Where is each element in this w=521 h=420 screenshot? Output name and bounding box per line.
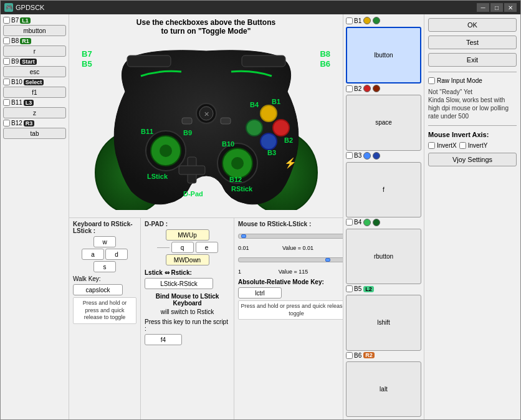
b1-checkbox[interactable]	[346, 17, 353, 24]
b9-id: B9	[11, 58, 19, 65]
invert-y-checkbox[interactable]	[459, 142, 466, 149]
mouse-invert-label: Mouse Invert Axis:	[428, 131, 517, 138]
dpad-up[interactable]: MWUp	[166, 229, 209, 241]
b7-key-btn[interactable]: mbutton	[3, 25, 66, 36]
b10-checkbox[interactable]	[3, 79, 10, 85]
test-button[interactable]: Test	[428, 36, 517, 49]
ok-button[interactable]: OK	[428, 18, 517, 32]
b6-id: B6	[354, 352, 361, 359]
svg-rect-9	[179, 166, 205, 174]
b2-checkbox[interactable]	[346, 85, 353, 92]
svg-point-16	[246, 120, 262, 136]
w-key[interactable]: w	[93, 236, 116, 247]
b8-key-btn[interactable]: r	[3, 45, 66, 57]
b7-checkbox-label[interactable]: B7 L1	[3, 17, 31, 24]
raw-input-checkbox[interactable]	[428, 77, 435, 84]
dpad-left[interactable]: q	[171, 242, 194, 253]
b4-dot1	[363, 219, 371, 226]
b1-key-btn[interactable]: lbutton	[346, 27, 421, 84]
b12-checkbox[interactable]	[3, 120, 10, 126]
b7-id: B7	[11, 17, 19, 24]
dpad-section: D-PAD : MWUp q e MWDown Lstick ⇔ Rstick:…	[141, 218, 234, 419]
mouse-section: Mouse to RStick-LStick : 0.01 Value = 0.…	[234, 218, 343, 419]
raw-input-desc: Not "Ready" YetKinda Slow, works best wi…	[428, 88, 517, 120]
slider2-bg	[238, 257, 343, 262]
b9-key-row: esc	[3, 66, 66, 77]
raw-input-row[interactable]: Raw Input Mode	[428, 77, 517, 84]
separator-2	[428, 125, 517, 126]
b4-id: B4	[354, 219, 361, 226]
slider2-thumb[interactable]	[325, 258, 330, 262]
b1-dot1	[363, 17, 371, 24]
right-buttons-panel: B1 lbutton B2 space B3	[343, 14, 424, 419]
b8-id: B8	[11, 37, 19, 44]
b11-checkbox[interactable]	[3, 99, 10, 106]
instruction-line2: to turn on "Toggle Mode"	[72, 27, 340, 36]
svg-text:LStick: LStick	[147, 173, 168, 180]
title-bar: 🎮 GPDSCK ─ □ ✕	[1, 1, 520, 14]
b5-badge: L2	[363, 286, 374, 292]
b2-key-btn[interactable]: space	[346, 95, 421, 150]
b11-key-btn[interactable]: z	[3, 107, 66, 118]
d-key[interactable]: d	[105, 249, 128, 260]
maximize-button[interactable]: □	[490, 3, 503, 12]
label-b7-b5: B7 B5	[82, 49, 92, 69]
vjoy-button[interactable]: Vjoy Settings	[428, 153, 517, 166]
b7-checkbox[interactable]	[3, 17, 10, 24]
run-script-label: Press this key to run the script :	[145, 318, 230, 332]
b7-badge: L1	[20, 17, 31, 24]
a-key[interactable]: a	[82, 249, 104, 260]
b12-key-btn[interactable]: tab	[3, 128, 66, 139]
controller-visual-area: B7 B5 B8 B6	[69, 37, 343, 217]
invert-x-checkbox[interactable]	[428, 142, 435, 149]
b9-key-btn[interactable]: esc	[3, 66, 66, 77]
b10-row: B10 Select	[3, 79, 66, 85]
b5-key-btn[interactable]: lshift	[346, 295, 421, 350]
b11-checkbox-label[interactable]: B11 L3	[3, 99, 34, 106]
b10-checkbox-label[interactable]: B10 Select	[3, 79, 44, 85]
invert-axis-row: InvertX InvertY	[428, 142, 517, 149]
b4-key-btn[interactable]: rbutton	[346, 229, 421, 284]
svg-text:B4: B4	[250, 101, 259, 108]
lstick-rstick-btn[interactable]: LStick-RStick	[145, 278, 213, 289]
dpad-controls: MWUp q e MWDown	[145, 229, 230, 265]
dpad-line-left	[157, 247, 170, 248]
capslock-key[interactable]: capslock	[73, 284, 123, 295]
dpad-right[interactable]: e	[196, 242, 218, 253]
exit-button[interactable]: Exit	[428, 53, 517, 67]
b4-checkbox[interactable]	[346, 219, 353, 226]
b8-checkbox[interactable]	[3, 37, 10, 44]
b1-group: B1	[346, 17, 421, 24]
b7-row: B7 L1	[3, 17, 66, 24]
b12-checkbox-label[interactable]: B12 R3	[3, 120, 34, 126]
b9-checkbox-label[interactable]: B9 Start	[3, 58, 37, 65]
walk-label: Walk Key:	[73, 275, 136, 282]
b6-checkbox[interactable]	[346, 352, 353, 359]
slider2-labels: 1 Value = 115 150	[238, 269, 343, 275]
b10-id: B10	[11, 79, 22, 85]
abs-rel-label: Absolute-Relative Mode Key:	[238, 279, 343, 285]
close-button[interactable]: ✕	[504, 3, 517, 12]
slider1-thumb[interactable]	[241, 234, 246, 238]
center-panel: Use the checkboxes above the Buttons to …	[69, 14, 343, 419]
b3-checkbox[interactable]	[346, 152, 353, 159]
keyboard-section: Keyboard to RStick-LStick : w a d s Walk…	[69, 218, 141, 419]
b3-key-btn[interactable]: f	[346, 162, 421, 217]
b9-row: B9 Start	[3, 58, 66, 65]
invert-y-label: InvertY	[468, 142, 488, 149]
b11-row: B11 L3	[3, 99, 66, 106]
svg-point-14	[273, 120, 289, 136]
b9-checkbox[interactable]	[3, 58, 10, 65]
s-key[interactable]: s	[93, 261, 116, 272]
f4-key[interactable]: f4	[145, 334, 182, 345]
slider2-min: 1	[238, 269, 241, 275]
instruction-line1: Use the checkboxes above the Buttons	[72, 18, 340, 27]
b5-checkbox[interactable]	[346, 285, 353, 292]
dpad-down[interactable]: MWDown	[166, 254, 209, 265]
minimize-button[interactable]: ─	[477, 3, 489, 12]
b8-checkbox-label[interactable]: B8 R1	[3, 37, 31, 44]
mouse-title: Mouse to RStick-LStick :	[238, 221, 343, 227]
b6-key-btn[interactable]: lalt	[346, 361, 421, 417]
lctrl-key[interactable]: lctrl	[238, 287, 282, 298]
b10-key-btn[interactable]: f1	[3, 87, 66, 98]
